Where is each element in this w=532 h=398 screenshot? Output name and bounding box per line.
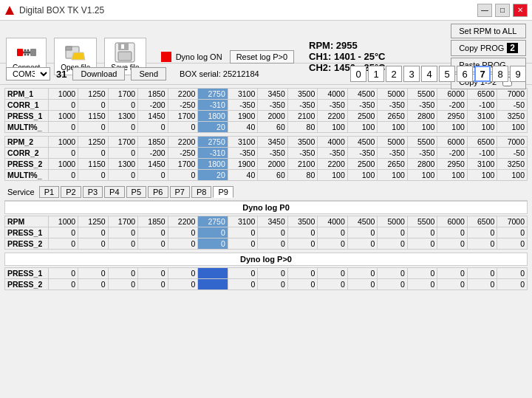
cell-7[interactable]: 0 [258, 227, 288, 239]
cell-2[interactable]: 0 [108, 268, 138, 279]
cell-11[interactable]: 5000 [378, 89, 408, 100]
cell-4[interactable]: 0 [168, 122, 198, 133]
cell-14[interactable]: 3100 [467, 111, 497, 122]
set-rpm-all-button[interactable]: Set RPM to ALL [451, 24, 526, 38]
cell-13[interactable]: -200 [437, 100, 468, 111]
cell-3[interactable]: 0 [138, 227, 168, 239]
service-tab-p1[interactable]: P1 [39, 186, 59, 198]
service-tab-p8[interactable]: P8 [191, 186, 211, 198]
cell-4[interactable]: 0 [168, 239, 198, 250]
cell-11[interactable]: 100 [378, 122, 408, 133]
cell-10[interactable]: 100 [347, 170, 378, 181]
service-tab-p6[interactable]: P6 [148, 186, 168, 198]
cell-4[interactable]: 0 [168, 279, 198, 290]
cell-5[interactable]: 0 [198, 227, 228, 239]
number-cell-5[interactable]: 5 [439, 66, 455, 82]
cell-13[interactable]: 0 [437, 227, 468, 239]
cell-15[interactable]: 3250 [497, 159, 528, 170]
cell-11[interactable]: 2650 [378, 111, 408, 122]
cell-3[interactable]: 1450 [138, 111, 168, 122]
cell-13[interactable]: -200 [437, 148, 468, 159]
cell-12[interactable]: 0 [407, 227, 437, 239]
cell-2[interactable]: 0 [108, 100, 138, 111]
cell-6[interactable]: 1900 [228, 111, 258, 122]
cell-11[interactable]: -350 [378, 100, 408, 111]
cell-5[interactable]: -310 [198, 148, 228, 159]
cell-15[interactable]: 100 [497, 122, 528, 133]
reset-log-button[interactable]: Reset log P>0 [230, 50, 294, 64]
cell-8[interactable]: 3500 [287, 89, 318, 100]
cell-14[interactable]: 100 [467, 122, 497, 133]
cell-4[interactable]: -250 [168, 148, 198, 159]
number-cell-9[interactable]: 9 [510, 66, 526, 82]
cell-11[interactable]: -350 [378, 148, 408, 159]
maximize-button[interactable]: □ [495, 4, 510, 17]
cell-10[interactable]: 0 [347, 227, 378, 239]
cell-7[interactable]: 3450 [258, 216, 288, 227]
cell-4[interactable]: 0 [168, 268, 198, 279]
cell-15[interactable]: 7000 [497, 137, 528, 148]
cell-14[interactable]: 100 [467, 170, 497, 181]
cell-11[interactable]: 5000 [378, 137, 408, 148]
cell-6[interactable]: 0 [228, 268, 258, 279]
cell-0[interactable]: 0 [48, 100, 78, 111]
cell-6[interactable]: 1900 [228, 159, 258, 170]
cell-1[interactable]: 0 [78, 227, 109, 239]
cell-10[interactable]: -350 [347, 100, 378, 111]
cell-9[interactable]: -350 [318, 148, 348, 159]
cell-14[interactable]: 6500 [467, 137, 497, 148]
cell-10[interactable]: 0 [347, 239, 378, 250]
cell-12[interactable]: 0 [407, 279, 437, 290]
cell-6[interactable]: 3100 [228, 216, 258, 227]
cell-4[interactable]: 2200 [168, 137, 198, 148]
cell-8[interactable]: 2100 [287, 159, 318, 170]
cell-3[interactable]: 1850 [138, 89, 168, 100]
cell-9[interactable]: 100 [318, 122, 348, 133]
cell-1[interactable]: 1150 [78, 111, 109, 122]
number-cell-2[interactable]: 2 [386, 66, 402, 82]
cell-10[interactable]: -350 [347, 148, 378, 159]
cell-12[interactable]: 5500 [407, 216, 437, 227]
cell-6[interactable]: 3100 [228, 137, 258, 148]
cell-0[interactable]: 0 [48, 279, 78, 290]
cell-5[interactable]: 20 [198, 122, 228, 133]
cell-14[interactable]: -100 [467, 100, 497, 111]
cell-14[interactable]: -100 [467, 148, 497, 159]
cell-8[interactable]: 2100 [287, 111, 318, 122]
number-cell-0[interactable]: 0 [350, 66, 366, 82]
com-port-select[interactable]: COM31 [6, 67, 50, 80]
cell-13[interactable]: 0 [437, 239, 468, 250]
cell-3[interactable]: 1450 [138, 159, 168, 170]
cell-8[interactable]: -350 [287, 148, 318, 159]
cell-4[interactable]: 0 [168, 227, 198, 239]
cell-1[interactable]: 0 [78, 279, 109, 290]
cell-12[interactable]: 5500 [407, 89, 437, 100]
cell-0[interactable]: 0 [48, 148, 78, 159]
cell-7[interactable]: -350 [258, 100, 288, 111]
minimize-button[interactable]: — [477, 4, 492, 17]
cell-3[interactable]: 0 [138, 170, 168, 181]
cell-5[interactable]: 1800 [198, 111, 228, 122]
cell-1[interactable]: 1250 [78, 216, 109, 227]
cell-14[interactable]: 0 [467, 268, 497, 279]
cell-9[interactable]: 0 [318, 227, 348, 239]
cell-15[interactable]: 7000 [497, 216, 528, 227]
cell-7[interactable]: 60 [258, 122, 288, 133]
cell-8[interactable]: -350 [287, 100, 318, 111]
cell-2[interactable]: 1700 [108, 216, 138, 227]
cell-8[interactable]: 3500 [287, 216, 318, 227]
cell-2[interactable]: 1700 [108, 137, 138, 148]
cell-13[interactable]: 0 [437, 279, 468, 290]
cell-9[interactable]: 0 [318, 268, 348, 279]
cell-8[interactable]: 80 [287, 170, 318, 181]
cell-14[interactable]: 0 [467, 279, 497, 290]
cell-0[interactable]: 1000 [48, 111, 78, 122]
cell-13[interactable]: 100 [437, 170, 468, 181]
service-tab-p3[interactable]: P3 [83, 186, 103, 198]
cell-13[interactable]: 2950 [437, 111, 468, 122]
cell-5[interactable]: 0 [198, 239, 228, 250]
number-cell-8[interactable]: 8 [492, 66, 508, 82]
cell-0[interactable]: 0 [48, 239, 78, 250]
cell-9[interactable]: 100 [318, 170, 348, 181]
cell-5[interactable]: 2750 [198, 216, 228, 227]
